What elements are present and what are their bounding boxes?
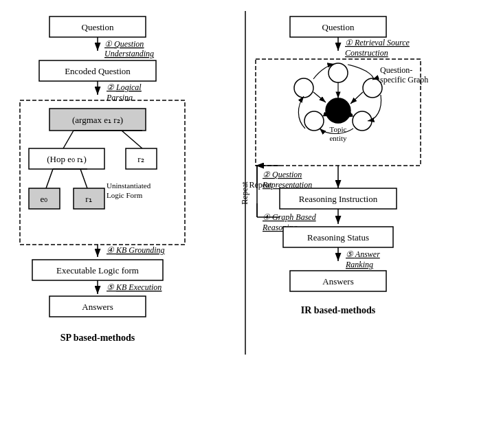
ir-step4a: ⑤ Answer — [346, 249, 380, 259]
svg-point-27 — [328, 63, 348, 82]
ir-topic2: entity — [329, 134, 347, 142]
ir-graph-label1: Question- — [380, 65, 412, 75]
sp-r2: r₂ — [137, 154, 144, 164]
ir-title: IR based-methods — [300, 305, 375, 315]
sp-step3: ④ KB Grounding — [107, 245, 165, 255]
ir-step4b: Ranking — [345, 260, 373, 269]
ir-reasoning-status: Reasoning Status — [307, 232, 369, 243]
svg-point-30 — [304, 111, 324, 131]
ir-step1b: Construction — [345, 48, 388, 58]
sp-step1b: Understanding — [104, 49, 154, 58]
sp-step1: ① Question — [104, 39, 144, 49]
sp-encoded: Encoded Question — [65, 66, 131, 76]
svg-point-28 — [363, 78, 382, 98]
svg-point-26 — [326, 98, 350, 123]
sp-answers: Answers — [82, 302, 113, 312]
sp-uninstantiated2: Logic Form — [107, 191, 143, 199]
ir-step1a: ① Retrieval Source — [345, 38, 410, 47]
ir-question: Question — [322, 22, 354, 32]
sp-uninstantiated: Uninstantiated — [107, 181, 151, 190]
sp-executable: Executable Logic form — [56, 265, 139, 276]
ir-step2a: ② Question — [263, 170, 302, 179]
sp-e0: e₀ — [40, 194, 47, 204]
ir-repeat-label: Repeat — [249, 180, 272, 190]
sp-step2a: ② Logical — [107, 82, 142, 92]
sp-step4: ⑤ KB Execution — [107, 282, 162, 292]
sp-argmax: (argmax e₁ r₂) — [71, 115, 122, 125]
ir-repeat: Repeat — [240, 181, 249, 205]
ir-topic: Topic — [329, 125, 346, 133]
sp-r1: r₁ — [85, 194, 91, 204]
sp-question: Question — [81, 22, 113, 32]
diagram-container: Question ① Question Understanding Encode… — [5, 4, 486, 444]
sp-title: SP based-methods — [60, 333, 135, 343]
svg-point-31 — [294, 78, 313, 98]
ir-answers: Answers — [322, 276, 354, 287]
ir-reasoning-instruction: Reasoning Instruction — [298, 194, 377, 204]
sp-hop: (Hop e₀ r₁) — [47, 154, 87, 164]
ir-graph-label2: specific Graph — [380, 75, 428, 85]
